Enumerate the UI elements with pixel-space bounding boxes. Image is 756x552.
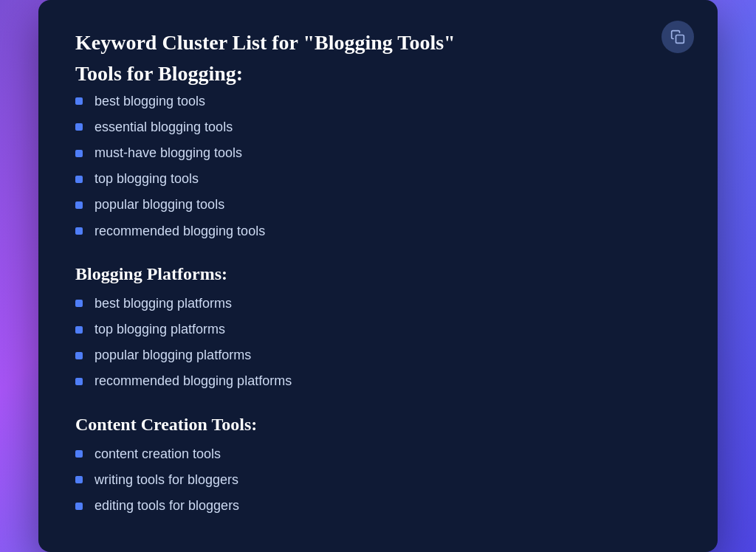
list-item: recommended blogging platforms [75,372,681,390]
bullet-icon [75,352,83,359]
list-item: essential blogging tools [75,118,681,137]
bullet-icon [75,450,83,458]
tools-for-blogging-list: best blogging tools essential blogging t… [75,92,681,241]
content-creation-tools-list: content creation tools writing tools for… [75,445,681,516]
list-item: recommended blogging tools [75,222,681,241]
list-item: popular blogging tools [75,196,681,214]
main-title: Keyword Cluster List for "Blogging Tools… [75,30,681,88]
svg-rect-0 [676,35,684,43]
list-item: editing tools for bloggers [75,497,681,515]
bullet-icon [75,123,83,131]
bullet-icon [75,300,83,307]
blogging-platforms-list: best blogging platforms top blogging pla… [75,294,681,391]
bullet-icon [75,503,83,510]
list-item: top blogging tools [75,170,681,188]
main-title-line2: Tools for Blogging: [75,61,681,87]
copy-button[interactable] [662,21,694,53]
list-item: best blogging tools [75,92,681,111]
bullet-icon [75,97,83,105]
list-item: must-have blogging tools [75,144,681,162]
list-item: popular blogging platforms [75,346,681,365]
content-creation-tools-title: Content Creation Tools: [75,415,681,435]
bullet-icon [75,227,83,235]
bullet-icon [75,326,83,334]
bullet-icon [75,201,83,209]
keyword-cluster-card: Keyword Cluster List for "Blogging Tools… [38,0,718,552]
list-item: best blogging platforms [75,294,681,313]
list-item: top blogging platforms [75,320,681,339]
list-item: content creation tools [75,445,681,463]
list-item: writing tools for bloggers [75,471,681,489]
bullet-icon [75,176,83,183]
blogging-platforms-title: Blogging Platforms: [75,264,681,284]
bullet-icon [75,476,83,483]
bullet-icon [75,150,83,157]
bullet-icon [75,378,83,385]
main-title-line1: Keyword Cluster List for "Blogging Tools… [75,30,681,56]
